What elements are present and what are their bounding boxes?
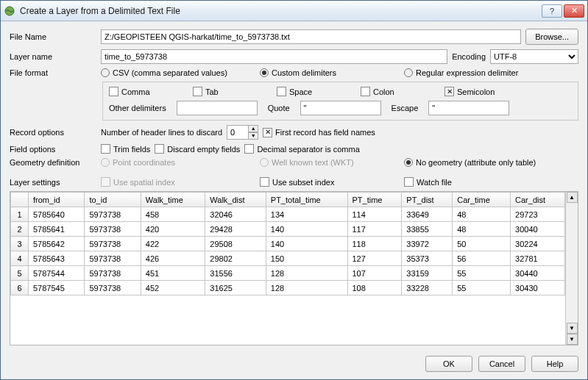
table-row[interactable]: 3578564259737384222950814011833972503022…	[11, 237, 565, 251]
filename-row: File Name Browse...	[10, 29, 578, 45]
filename-input[interactable]	[101, 29, 521, 44]
discard-spinner[interactable]: ▲▼	[227, 125, 258, 140]
column-header[interactable]: from_id	[29, 193, 85, 207]
help-button[interactable]: Help	[531, 356, 578, 372]
fileformat-row: File format CSV (comma separated values)…	[10, 68, 578, 77]
table-cell: 31625	[205, 281, 266, 295]
chevron-down-icon[interactable]: ▼	[248, 132, 258, 140]
table-cell: 5787545	[29, 281, 85, 295]
table-cell: 452	[141, 281, 205, 295]
corner-header	[11, 193, 29, 207]
column-header[interactable]: PT_time	[347, 193, 402, 207]
colon-check[interactable]: Colon	[361, 87, 434, 96]
column-header[interactable]: to_id	[85, 193, 141, 207]
browse-button[interactable]: Browse...	[525, 29, 578, 45]
custom-delimiters-radio[interactable]: Custom delimiters	[260, 68, 400, 77]
titlebar[interactable]: Create a Layer from a Delimited Text Fil…	[1, 1, 587, 21]
chevron-up-icon[interactable]: ▲	[248, 125, 258, 132]
watch-file-check[interactable]: Watch file	[404, 177, 452, 187]
column-header[interactable]: Car_time	[453, 193, 511, 207]
semicolon-check[interactable]: ✕Semicolon	[444, 87, 518, 96]
table-row[interactable]: 6578754559737384523162512810833228553043…	[11, 281, 565, 295]
dialog-content: File Name Browse... Layer name Encoding …	[1, 21, 587, 350]
checkbox-icon	[244, 144, 254, 154]
space-check[interactable]: Space	[277, 87, 350, 96]
table-cell: 118	[347, 237, 402, 251]
table-cell: 32781	[511, 251, 565, 266]
table-cell: 140	[266, 222, 347, 237]
scroll-down-icon[interactable]: ▼	[567, 334, 578, 345]
table-cell: 5785641	[29, 222, 85, 237]
discard-input[interactable]	[227, 125, 249, 140]
comma-check[interactable]: Comma	[109, 87, 183, 96]
trim-check[interactable]: Trim fields	[101, 144, 150, 154]
radio-icon	[260, 158, 269, 167]
table-cell: 5973738	[85, 251, 141, 266]
table-cell: 29802	[205, 251, 266, 266]
layername-input[interactable]	[101, 49, 447, 64]
point-radio[interactable]: Point coordinates	[101, 158, 255, 167]
row-header: 1	[11, 207, 29, 222]
first-record-check[interactable]: ✕First record has field names	[263, 128, 375, 137]
column-header[interactable]: PT_total_time	[266, 193, 347, 207]
scroll-up-icon[interactable]: ▲	[567, 192, 578, 203]
scroll-down-icon[interactable]: ▼	[567, 323, 578, 334]
table-cell: 33649	[402, 207, 453, 222]
table-row[interactable]: 2578564159737384202942814011733855483004…	[11, 222, 565, 237]
vertical-scrollbar[interactable]: ▲ ▼ ▼	[565, 192, 578, 345]
table-cell: 30040	[511, 222, 565, 237]
no-geometry-radio[interactable]: No geometry (attribute only table)	[404, 158, 536, 167]
column-header[interactable]: Walk_dist	[205, 193, 266, 207]
column-header[interactable]: Walk_time	[141, 193, 205, 207]
subset-index-check[interactable]: Use subset index	[260, 177, 400, 187]
close-icon: ✕	[571, 6, 578, 15]
radio-icon	[404, 68, 413, 77]
app-icon	[4, 5, 15, 17]
quote-label: Quote	[268, 104, 290, 112]
checkbox-icon	[404, 177, 414, 187]
table-cell: 117	[347, 222, 402, 237]
radio-icon	[260, 68, 269, 77]
checkbox-icon: ✕	[444, 87, 454, 96]
table-cell: 5785640	[29, 207, 85, 222]
regex-radio[interactable]: Regular expression delimiter	[404, 68, 518, 77]
layername-label: Layer name	[10, 52, 96, 61]
close-window-button[interactable]: ✕	[564, 4, 584, 18]
escape-input[interactable]	[428, 101, 509, 115]
encoding-select[interactable]: UTF-8	[490, 49, 578, 64]
quote-input[interactable]	[300, 101, 381, 115]
column-header[interactable]: Car_dist	[511, 193, 565, 207]
layername-row: Layer name Encoding UTF-8	[10, 49, 578, 64]
table-cell: 107	[347, 266, 402, 281]
table-cell: 30440	[511, 266, 565, 281]
filename-label: File Name	[10, 32, 96, 41]
tab-check[interactable]: Tab	[193, 87, 266, 96]
geometry-label: Geometry definition	[10, 158, 96, 167]
table-cell: 55	[453, 281, 511, 295]
decimal-comma-check[interactable]: Decimal separator is comma	[244, 144, 359, 154]
cancel-button[interactable]: Cancel	[478, 356, 525, 372]
table-row[interactable]: 5578754459737384513155612810733159553044…	[11, 266, 565, 281]
fileformat-label: File format	[10, 68, 96, 77]
other-delim-input[interactable]	[177, 101, 258, 115]
table-cell: 33855	[402, 222, 453, 237]
checkbox-icon	[361, 87, 370, 96]
csv-radio[interactable]: CSV (comma separated values)	[101, 68, 255, 77]
table-row[interactable]: 1578564059737384583204613411433649482972…	[11, 207, 565, 222]
row-header: 6	[11, 281, 29, 295]
table-cell: 33972	[402, 237, 453, 251]
discard-empty-check[interactable]: Discard empty fields	[155, 144, 240, 154]
table-cell: 29508	[205, 237, 266, 251]
window-buttons: ? ✕	[542, 4, 584, 18]
dialog-window: Create a Layer from a Delimited Text Fil…	[0, 0, 588, 380]
preview-table[interactable]: from_idto_idWalk_timeWalk_distPT_total_t…	[10, 192, 565, 295]
wkt-radio[interactable]: Well known text (WKT)	[260, 158, 400, 167]
table-row[interactable]: 4578564359737384262980215012735373563278…	[11, 251, 565, 266]
table-cell: 56	[453, 251, 511, 266]
table-cell: 5787544	[29, 266, 85, 281]
discard-label: Number of header lines to discard	[101, 128, 222, 137]
help-window-button[interactable]: ?	[542, 4, 562, 18]
ok-button[interactable]: OK	[425, 356, 472, 372]
column-header[interactable]: PT_dist	[402, 193, 453, 207]
layer-settings-row: Layer settings Use spatial index Use sub…	[10, 177, 578, 187]
